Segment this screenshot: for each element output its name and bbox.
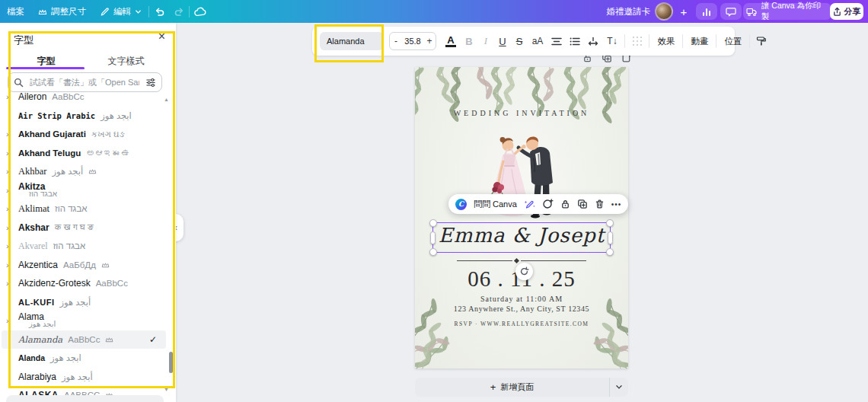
font-list-item[interactable]: Alarabiyaأبجد هوز — [2, 368, 166, 387]
font-list-item[interactable]: ›Akzidenz-GroteskAaBbCc — [2, 274, 166, 293]
delete-button[interactable] — [595, 199, 605, 209]
chevron-right-icon[interactable]: › — [6, 223, 18, 232]
transparency-button[interactable] — [629, 27, 646, 56]
resize-handle-bottom-right[interactable] — [606, 248, 614, 256]
design-page[interactable]: WEDDING INVITATION — [415, 67, 628, 368]
add-page-dropdown-button[interactable] — [610, 378, 628, 397]
font-list-item[interactable]: ›Alamaابجد هوز — [2, 311, 166, 330]
font-list-item[interactable]: ›Akvarelאבגד הוז — [2, 237, 166, 256]
close-icon[interactable]: × — [158, 30, 165, 43]
file-menu-button[interactable]: 檔案 — [0, 0, 31, 23]
text-color-button[interactable]: A — [442, 27, 460, 56]
add-comment-button[interactable] — [542, 199, 554, 209]
font-name: Akzentica — [18, 260, 58, 270]
font-size-value[interactable]: 35.8 — [404, 37, 420, 46]
magic-edit-button[interactable] — [524, 199, 535, 209]
underline-button[interactable]: U — [495, 27, 510, 56]
font-list-item[interactable]: Alandaابجد هوز — [2, 349, 166, 368]
font-family-selector[interactable]: Alamanda — [320, 32, 384, 50]
filter-sliders-icon[interactable] — [145, 78, 156, 88]
chevron-right-icon[interactable]: › — [6, 129, 18, 139]
resize-handle-top-left[interactable] — [429, 219, 437, 227]
letter-spacing-icon — [588, 37, 598, 46]
font-list-item[interactable]: AlamandaAaBbCc✓ — [2, 330, 166, 349]
list-button[interactable] — [566, 27, 583, 56]
scroll-up-icon[interactable]: ▲ — [164, 97, 169, 102]
font-list-item[interactable]: ›Aksharक ख ग घ ङ — [2, 219, 166, 238]
font-name: Akhand Gujarati — [18, 129, 86, 139]
edit-menu-button[interactable]: 編輯 — [93, 0, 148, 23]
document-title[interactable]: 婚禮邀請卡 — [607, 0, 651, 23]
share-button[interactable]: 分享 — [830, 3, 863, 20]
invitation-title-text[interactable]: WEDDING INVITATION — [415, 109, 628, 117]
font-list-item[interactable]: ›Akitzaאבגד הוז — [2, 181, 166, 200]
font-sample: أبجد هوز — [62, 372, 93, 382]
invitation-time-text[interactable]: Saturday at 11:00 AM — [415, 295, 628, 303]
resize-handle-right[interactable] — [608, 231, 613, 244]
font-list-item[interactable]: ›Akhbarأبجد هوز — [2, 162, 166, 181]
copy-style-button[interactable] — [752, 27, 771, 56]
ornamental-divider[interactable] — [457, 259, 586, 263]
chevron-right-icon[interactable]: › — [6, 186, 18, 195]
scroll-down-icon[interactable]: ▼ — [164, 387, 169, 392]
chevron-right-icon[interactable]: › — [6, 279, 18, 288]
resize-handle-left[interactable] — [430, 231, 436, 244]
resize-button[interactable]: 調整尺寸 — [31, 0, 93, 23]
invitation-rsvp-text[interactable]: RSVP · WWW.REALLYGREATSITE.COM — [415, 321, 628, 327]
font-list-item[interactable]: ›AileronAaBbCc — [2, 93, 166, 107]
toolbar-divider — [682, 34, 683, 48]
strikethrough-button[interactable]: S — [512, 27, 527, 56]
font-list-item[interactable]: Air Strip Arabicابجد هوز — [2, 107, 166, 126]
position-button[interactable]: 位置 — [720, 27, 746, 56]
font-search-input[interactable] — [28, 77, 141, 88]
redo-button[interactable] — [169, 0, 189, 23]
rotate-handle[interactable] — [515, 263, 533, 280]
chevron-right-icon[interactable]: › — [6, 148, 18, 158]
share-icon — [833, 7, 841, 16]
scrollbar-thumb[interactable] — [169, 352, 173, 373]
invitation-address-text[interactable]: 123 Anywhere St., Any City, ST 12345 — [415, 305, 628, 313]
chevron-right-icon[interactable]: › — [6, 204, 18, 213]
more-options-button[interactable]: ••• — [611, 200, 622, 209]
print-with-canva-button[interactable]: 讓 Canva 為你印製 — [743, 3, 831, 20]
insights-button[interactable] — [696, 3, 717, 20]
cloud-save-button[interactable] — [190, 0, 209, 23]
chevron-right-icon[interactable]: › — [6, 260, 18, 270]
text-align-button[interactable] — [548, 27, 565, 56]
resize-handle-top-right[interactable] — [606, 219, 614, 227]
duplicate-button[interactable] — [577, 199, 588, 209]
ask-canva-button[interactable]: 問問 Canva — [474, 199, 517, 210]
avatar[interactable] — [655, 2, 673, 21]
chevron-right-icon[interactable]: › — [6, 316, 18, 325]
comments-button[interactable] — [720, 3, 742, 20]
chevron-right-icon[interactable]: › — [6, 241, 18, 250]
text-case-button[interactable]: aA — [528, 27, 547, 56]
font-list-item[interactable]: ›Akhand Teluguఅఆఇఈఉ — [2, 144, 166, 163]
font-list-item[interactable]: ›Akhand Gujaratiકખગ ઘઙ — [2, 125, 166, 144]
font-list-item[interactable]: ›Aklimatאבגד הוז — [2, 199, 166, 219]
letter-spacing-button[interactable] — [585, 27, 602, 56]
tab-text-styles[interactable]: 文字樣式 — [86, 55, 166, 68]
font-list-item[interactable]: AL-KUFIأبجد هوز — [2, 293, 166, 312]
bold-button[interactable]: B — [461, 27, 477, 56]
font-list-item[interactable]: ›AkzenticaАаБбДд — [2, 256, 166, 275]
effects-button[interactable]: 效果 — [653, 27, 679, 56]
lock-button[interactable] — [560, 199, 570, 209]
toolbar-divider — [716, 34, 716, 48]
text-selection-box[interactable]: Emma & Josept — [432, 222, 611, 253]
share-label: 分享 — [844, 6, 861, 18]
invite-member-button[interactable]: + — [676, 0, 691, 23]
decrease-font-size-button[interactable]: - — [390, 36, 402, 46]
italic-button[interactable]: I — [478, 27, 493, 56]
chevron-right-icon[interactable]: › — [6, 167, 18, 176]
font-sample: ابجد هوز — [50, 353, 81, 363]
tab-fonts[interactable]: 字型 — [6, 55, 86, 68]
vertical-text-button[interactable]: T↓ — [603, 27, 621, 56]
invitation-names-text[interactable]: Emma & Josept — [433, 224, 610, 247]
undo-button[interactable] — [149, 0, 169, 23]
add-page-button[interactable]: + 新增頁面 — [415, 378, 609, 397]
resize-handle-bottom-left[interactable] — [429, 248, 437, 256]
increase-font-size-button[interactable]: + — [423, 36, 436, 46]
chevron-right-icon[interactable]: › — [6, 93, 18, 101]
animate-button[interactable]: 動畫 — [687, 27, 713, 56]
